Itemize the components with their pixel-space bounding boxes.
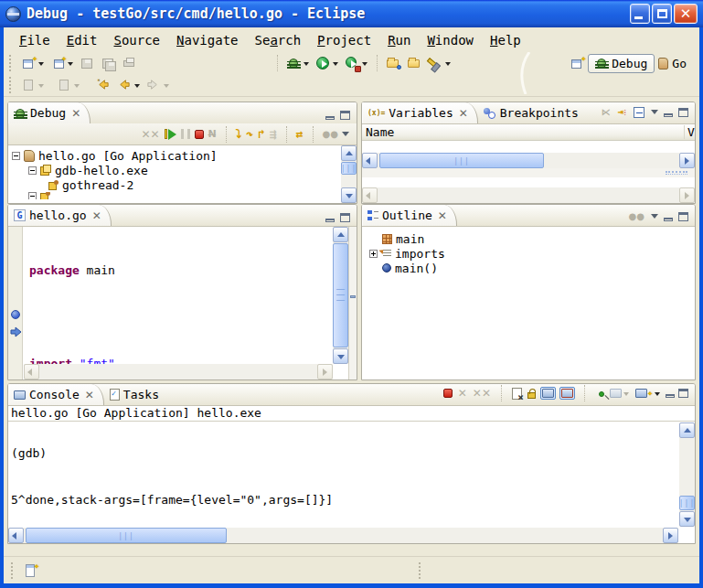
drop-to-frame-button[interactable]: ⇶ [269,126,278,142]
tree-row[interactable] [12,192,338,199]
column-name[interactable]: Name [362,125,684,139]
maximize-view-icon[interactable] [340,111,350,120]
view-menu-icon[interactable] [651,214,658,222]
detail-horizontal-scrollbar[interactable] [362,187,695,203]
outline-item-main-package[interactable]: main [369,231,445,246]
close-icon[interactable]: ✕ [71,107,80,120]
breakpoint-icon[interactable] [11,310,20,319]
previous-annotation-button[interactable] [55,77,82,94]
minimize-view-icon[interactable] [325,219,335,222]
resume-button[interactable] [164,128,177,141]
close-icon[interactable]: ✕ [92,209,101,222]
terminate-button[interactable] [194,129,205,140]
tree-row[interactable]: gothread-2 [12,177,338,192]
menu-run[interactable]: Run [379,30,419,50]
disconnect-button[interactable]: N̶ [208,127,218,141]
show-type-names-button[interactable]: ⋉ [601,106,612,118]
outline-item-main-func[interactable]: main() [369,261,445,275]
maximize-button[interactable] [652,4,672,24]
column-value[interactable]: V [684,125,695,139]
close-icon[interactable]: ✕ [85,389,94,401]
print-button[interactable] [120,55,139,72]
new-menu-button[interactable]: ✦ [48,55,76,72]
tab-outline[interactable]: Outline ✕ [362,205,457,226]
debug-launch-button[interactable] [284,55,312,72]
outline-item-imports[interactable]: imports [369,246,445,261]
outline-extra-button[interactable]: ●● [628,210,645,222]
menu-navigate[interactable]: Navigate [168,30,246,50]
toolbar-drag-handle[interactable] [9,77,13,93]
tab-debug[interactable]: Debug ✕ [8,102,91,123]
menu-source[interactable]: Source [105,30,168,50]
step-over-button[interactable]: ↷ [245,126,254,142]
forward-button[interactable] [144,77,172,94]
console-horizontal-scrollbar[interactable]: ||| [8,528,678,543]
open-folder-button[interactable] [405,55,424,72]
tree-row[interactable]: gdb-hello.exe [12,163,338,177]
collapse-icon[interactable] [28,166,37,175]
back-button[interactable] [115,77,143,94]
variables-horizontal-scrollbar[interactable]: ||| [362,153,695,168]
close-icon[interactable]: ✕ [459,107,468,120]
remove-all-terminated-button[interactable]: ✕✕ [140,127,160,142]
menu-search[interactable]: Search [247,30,310,50]
pin-console-button[interactable] [594,389,605,398]
minimize-view-icon[interactable] [325,116,335,120]
save-button[interactable] [78,55,97,72]
external-tools-button[interactable] [343,55,370,72]
step-into-button[interactable]: ⤵ [235,126,243,142]
vertical-scrollbar[interactable]: ||| [341,145,357,203]
minimize-view-icon[interactable] [664,218,673,221]
menu-project[interactable]: Project [309,30,379,50]
editor-body[interactable]: package main import "fmt" func main() { … [8,226,357,380]
show-logical-structures-button[interactable]: ⇥⁞ [617,104,627,120]
menu-file[interactable]: File [11,30,59,50]
detail-pane-sash[interactable] [362,168,695,177]
minimize-view-icon[interactable] [666,394,675,398]
console-output[interactable]: (gdb) 5^done,stack-args=[frame={level="0… [8,422,678,527]
show-console-on-stdout-button[interactable] [540,387,556,400]
editor-horizontal-scrollbar[interactable] [24,364,333,380]
tab-breakpoints[interactable]: Breakpoints [478,102,588,123]
use-step-filters-button[interactable]: ⇄ [295,126,304,142]
suspend-button[interactable] [180,128,191,140]
maximize-view-icon[interactable] [678,389,688,398]
debug-view-extra-button[interactable]: ●● [322,128,339,140]
remove-launch-button[interactable]: ✕ [457,386,468,401]
menu-help[interactable]: Help [482,30,529,50]
open-resource-button[interactable] [384,55,403,72]
search-button[interactable] [426,55,453,72]
minimize-view-icon[interactable] [664,113,673,117]
maximize-view-icon[interactable] [678,212,688,221]
last-edit-location-button[interactable]: * [94,77,113,94]
show-console-on-stderr-button[interactable] [559,387,575,400]
editor-vertical-scrollbar[interactable]: ||| [333,227,348,364]
perspective-debug-button[interactable]: Debug [588,54,655,73]
collapse-icon[interactable] [12,152,20,160]
console-vertical-scrollbar[interactable]: ||| [679,422,695,527]
tab-variables[interactable]: (x)= Variables ✕ [362,102,478,123]
close-button[interactable]: ✕ [674,4,698,24]
maximize-view-icon[interactable] [340,213,350,222]
expand-icon[interactable] [369,250,378,258]
fast-view-icon[interactable]: ✦ [26,564,35,577]
minimize-button[interactable] [630,4,650,24]
clear-console-button[interactable] [511,387,523,401]
tab-hello-go[interactable]: G hello.go ✕ [8,205,112,226]
run-launch-button[interactable] [314,55,341,72]
display-selected-console-button[interactable] [609,387,631,400]
menu-edit[interactable]: Edit [59,30,106,50]
tab-console[interactable]: Console ✕ [8,384,104,405]
open-console-button[interactable]: ✦ [634,387,662,400]
open-perspective-button[interactable]: ✦ [568,55,587,72]
collapse-all-button[interactable] [633,106,645,119]
variables-detail-pane[interactable] [362,177,695,187]
next-annotation-button[interactable] [19,77,47,94]
close-icon[interactable]: ✕ [438,209,447,222]
tree-row[interactable]: hello.go [Go Application] [12,148,338,163]
editor-left-ruler[interactable] [8,227,23,380]
step-return-button[interactable]: ↱ [257,126,266,142]
remove-all-launches-button[interactable]: ✕✕ [472,386,492,401]
view-menu-icon[interactable] [651,110,658,118]
toolbar-drag-handle[interactable] [9,55,13,71]
